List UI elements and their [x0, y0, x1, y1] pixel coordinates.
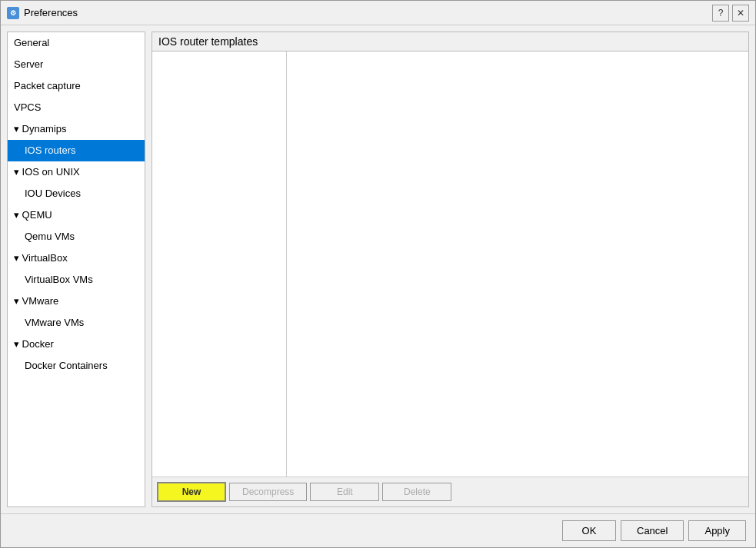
- sidebar-item-docker-containers[interactable]: Docker Containers: [8, 355, 145, 377]
- edit-button[interactable]: Edit: [310, 483, 379, 501]
- sidebar-item-vmware[interactable]: ▾ VMware: [8, 291, 145, 312]
- window-controls: ? ✕: [712, 5, 749, 22]
- sidebar-item-ios-on-unix[interactable]: ▾ IOS on UNIX: [8, 161, 145, 183]
- sidebar-item-qemu-vms[interactable]: Qemu VMs: [8, 226, 145, 247]
- sidebar-item-docker[interactable]: ▾ Docker: [8, 334, 145, 355]
- content-panel: New Decompress Edit Delete: [152, 51, 749, 507]
- apply-button[interactable]: Apply: [688, 520, 746, 541]
- sidebar-item-iou-devices[interactable]: IOU Devices: [8, 183, 145, 204]
- ok-button[interactable]: OK: [562, 520, 616, 541]
- sidebar-item-general[interactable]: General: [8, 32, 145, 54]
- title-bar: ⚙ Preferences ? ✕: [1, 1, 755, 25]
- sidebar-item-packet-capture[interactable]: Packet capture: [8, 75, 145, 97]
- help-button[interactable]: ?: [712, 5, 729, 22]
- sidebar-item-virtualbox-vms[interactable]: VirtualBox VMs: [8, 269, 145, 291]
- dialog-body: GeneralServerPacket captureVPCS▾ Dynamip…: [1, 25, 755, 513]
- sidebar-item-dynamips[interactable]: ▾ Dynamips: [8, 118, 145, 140]
- template-detail: [287, 51, 748, 477]
- dialog-title: Preferences: [24, 7, 712, 18]
- sidebar-item-vpcs[interactable]: VPCS: [8, 97, 145, 118]
- app-icon: ⚙: [7, 7, 19, 19]
- delete-button[interactable]: Delete: [382, 483, 451, 501]
- new-button[interactable]: New: [157, 482, 226, 502]
- sidebar-item-vmware-vms[interactable]: VMware VMs: [8, 312, 145, 334]
- section-title: IOS router templates: [152, 32, 749, 51]
- action-buttons: New Decompress Edit Delete: [152, 477, 748, 506]
- sidebar-item-server[interactable]: Server: [8, 54, 145, 75]
- main-content: IOS router templates New Decompress Edit…: [152, 32, 749, 507]
- preferences-dialog: ⚙ Preferences ? ✕ GeneralServerPacket ca…: [0, 0, 756, 548]
- dialog-footer: OK Cancel Apply: [1, 513, 755, 547]
- templates-list[interactable]: [152, 51, 287, 477]
- close-button[interactable]: ✕: [732, 5, 749, 22]
- cancel-button[interactable]: Cancel: [621, 520, 684, 541]
- split-panel: [152, 51, 748, 477]
- sidebar-item-virtualbox[interactable]: ▾ VirtualBox: [8, 247, 145, 269]
- decompress-button[interactable]: Decompress: [229, 483, 307, 501]
- sidebar: GeneralServerPacket captureVPCS▾ Dynamip…: [7, 32, 145, 507]
- sidebar-item-qemu[interactable]: ▾ QEMU: [8, 204, 145, 226]
- sidebar-item-ios-routers[interactable]: IOS routers: [8, 140, 145, 161]
